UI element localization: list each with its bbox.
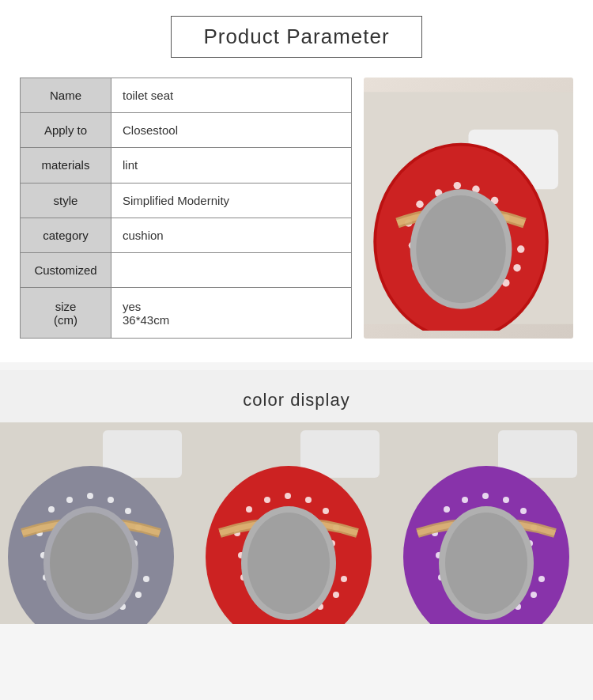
svg-point-55 (50, 513, 132, 614)
svg-point-35 (66, 497, 73, 503)
label-customized: Customized (21, 252, 111, 287)
svg-point-37 (108, 497, 114, 503)
label-category: category (21, 218, 111, 252)
label-size: size (cm) (21, 288, 111, 339)
svg-point-98 (538, 576, 545, 582)
svg-point-97 (531, 592, 537, 598)
value-materials: lint (111, 148, 352, 183)
label-name: Name (21, 78, 111, 113)
svg-point-88 (520, 508, 527, 514)
title-box: Product Parameter (0, 16, 593, 58)
product-parameter-section: Product Parameter Name toilet seat Apply… (0, 0, 593, 362)
svg-point-72 (333, 592, 339, 598)
table-row: size (cm) yes36*43cm (21, 288, 352, 339)
svg-point-6 (454, 182, 461, 189)
svg-point-4 (416, 201, 423, 208)
value-size: yes36*43cm (111, 288, 352, 339)
color-image-purple (395, 422, 593, 624)
svg-point-34 (48, 506, 55, 513)
table-row: style Simplified Modernity (21, 183, 352, 218)
value-style: Simplified Modernity (111, 183, 352, 218)
table-row: category cushion (21, 218, 352, 252)
svg-point-30 (416, 195, 506, 303)
label-style: style (21, 183, 111, 218)
title-border: Product Parameter (171, 16, 421, 58)
product-image-main (364, 78, 573, 339)
svg-point-85 (462, 497, 468, 503)
svg-point-84 (444, 506, 450, 513)
svg-point-63 (323, 508, 329, 514)
svg-point-47 (135, 592, 142, 598)
svg-point-62 (305, 497, 312, 503)
toilet-seat-svg (364, 85, 573, 331)
label-materials: materials (21, 148, 111, 183)
svg-point-105 (445, 513, 527, 614)
color-images-row (0, 422, 593, 624)
value-customized (111, 252, 352, 287)
svg-point-38 (125, 508, 131, 514)
color-display-section: color display (0, 370, 593, 624)
product-content: Name toilet seat Apply to Closestool mat… (0, 78, 593, 339)
svg-point-80 (247, 513, 330, 614)
svg-point-59 (246, 506, 252, 513)
label-apply-to: Apply to (21, 113, 111, 148)
svg-point-19 (517, 245, 524, 252)
parameter-table: Name toilet seat Apply to Closestool mat… (20, 78, 352, 339)
value-apply-to: Closestool (111, 113, 352, 148)
table-row: Name toilet seat (21, 78, 352, 113)
svg-point-61 (285, 493, 291, 499)
svg-point-86 (482, 493, 489, 499)
color-image-red (198, 422, 395, 624)
value-category: cushion (111, 218, 352, 252)
product-image (364, 78, 573, 339)
svg-point-36 (87, 493, 93, 499)
table-row: materials lint (21, 148, 352, 183)
page-title: Product Parameter (203, 25, 389, 48)
svg-point-60 (264, 497, 270, 503)
svg-point-18 (513, 264, 520, 271)
value-name: toilet seat (111, 78, 352, 113)
color-image-gray (0, 422, 198, 624)
table-row: Customized (21, 252, 352, 287)
table-row: Apply to Closestool (21, 113, 352, 148)
svg-point-73 (341, 576, 347, 582)
svg-point-87 (503, 497, 509, 503)
color-display-title: color display (0, 390, 593, 411)
svg-point-48 (143, 576, 149, 582)
